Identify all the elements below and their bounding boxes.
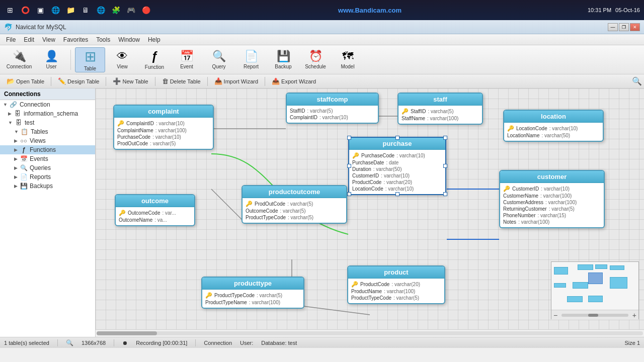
zoom-out-button[interactable]: − [551,311,559,319]
menu-file[interactable]: File [2,35,20,44]
delete-table-button[interactable]: 🗑 Delete Table [157,76,205,86]
sidebar-item-backups[interactable]: ▶ 💾 Backups [0,182,95,191]
table-icon: ⊞ [85,48,96,65]
toolbar-connection[interactable]: 🔌 Connection [4,47,34,72]
canvas-wrapper[interactable]: staffcomp StaffID : varchar(5) Complaint… [96,88,644,337]
table-customer[interactable]: customer 🔑 CustomerID : varchar(10) Cust… [499,170,605,228]
task-icon-7[interactable]: 🧩 [110,4,122,16]
table-staff[interactable]: staff 🔑 StaffID : varchar(5) StaffName :… [397,93,483,125]
sidebar-item-functions[interactable]: ▶ ƒ Functions [0,145,95,154]
toolbar-query[interactable]: 🔍 Query [204,47,234,72]
minimize-button[interactable]: — [608,23,618,31]
resize-handle-br[interactable] [443,192,447,196]
sidebar-item-views[interactable]: ▶ ○○ Views [0,136,95,145]
task-icon-1[interactable]: ⭕ [19,4,31,16]
field-row: ProductName : varchar(100) [351,288,441,295]
task-icon-5[interactable]: 🖥 [79,4,92,16]
toolbar-user[interactable]: 👤 User [36,47,66,72]
taskbar: ⊞ ⭕ ▣ 🌐 📁 🖥 🌐 🧩 🎮 🔴 www.Bandicam.com 10:… [0,0,644,20]
import-wizard-label: Import Wizard [224,78,258,84]
task-icon-6[interactable]: 🌐 [95,4,107,16]
field-row: PurchaseDate : date [352,159,442,166]
table-producttype[interactable]: producttype 🔑 ProductTypeCode : varchar(… [201,277,304,309]
toolbar-table[interactable]: ⊞ Table [75,47,105,72]
sidebar-item-test-db[interactable]: ▼ 🗄 test [0,118,95,127]
field-row: 🔑 ProductTypeCode : varchar(5) [205,292,300,299]
sidebar-item-information-schema[interactable]: ▶ 🗄 information_schema [0,109,95,118]
toolbar-function[interactable]: ƒ Function [139,47,170,72]
design-table-button[interactable]: ✏️ Design Table [53,76,104,86]
import-wizard-icon: 📥 [214,77,222,85]
table-productoutcome[interactable]: productoutcome 🔑 ProdOutCode : varchar(5… [242,185,347,224]
toolbar-report[interactable]: 📄 Report [236,47,266,72]
table-complaint[interactable]: complaint 🔑 ComplaintID : varchar(10) Co… [113,105,214,150]
main-area: Connections ▼ 🔗 Connection ▶ 🗄 informati… [0,88,644,337]
key-icon: 🔑 [117,120,124,127]
export-wizard-button[interactable]: 📤 Export Wizard [267,76,320,86]
toolbar-schedule[interactable]: ⏰ Schedule [300,47,331,72]
menu-help[interactable]: Help [144,35,165,44]
resize-handle-mr[interactable] [443,164,447,168]
minimap-table [610,277,627,289]
field-row: OutcomeCode : varchar(5) [246,208,343,214]
minimap-controls: − + [551,310,638,320]
task-icon-4[interactable]: 📁 [64,4,76,16]
table-body-producttype: 🔑 ProductTypeCode : varchar(5) ProductTy… [202,290,303,308]
sidebar-item-events[interactable]: ▶ 📅 Events [0,154,95,163]
table-staffcomp[interactable]: staffcomp StaffID : varchar(5) Complaint… [286,93,379,124]
open-table-button[interactable]: 📂 Open Table [2,76,49,86]
toolbar-model[interactable]: 🗺 Model [333,47,363,72]
status-sep-3 [195,339,196,346]
toolbar-backup[interactable]: 💾 Backup [268,47,298,72]
menu-favorites[interactable]: Favorites [59,35,92,44]
close-button[interactable]: ✕ [630,23,640,31]
new-table-icon: ➕ [113,77,121,85]
export-wizard-icon: 📤 [272,77,280,85]
start-button[interactable]: ⊞ [4,4,16,16]
toolbar-view[interactable]: 👁 View [107,47,137,72]
import-wizard-button[interactable]: 📥 Import Wizard [210,76,263,86]
new-table-button[interactable]: ➕ New Table [108,76,152,86]
sidebar-item-reports[interactable]: ▶ 📄 Reports [0,172,95,182]
resize-handle-tr[interactable] [443,136,447,140]
minimap-slider[interactable] [561,314,628,317]
task-icon-9[interactable]: 🔴 [140,4,152,16]
menu-view[interactable]: View [38,35,59,44]
menu-tools[interactable]: Tools [92,35,114,44]
taskbar-center-text: www.Bandicam.com [155,7,585,14]
resize-handle-bm[interactable] [395,192,399,196]
task-icon-2[interactable]: ▣ [34,4,46,16]
menu-edit[interactable]: Edit [20,35,38,44]
resize-handle-tm[interactable] [395,136,399,140]
action-sep-2 [106,77,106,86]
resize-handle-tl[interactable] [347,136,351,140]
minimap-table [554,267,568,275]
minimap-table [578,264,593,270]
toolbar-event[interactable]: 📅 Event [172,47,202,72]
scroll-track[interactable] [97,331,643,335]
delete-table-label: Delete Table [170,78,201,84]
query-label: Query [212,64,225,69]
sidebar-item-queries[interactable]: ▶ 🔍 Queries [0,163,95,172]
task-icon-3[interactable]: 🌐 [49,4,61,16]
sidebar-item-connection[interactable]: ▼ 🔗 Connection [0,100,95,109]
action-sep-1 [51,77,51,86]
table-product[interactable]: product 🔑 ProductCode : varchar(20) Prod… [347,265,445,304]
scroll-thumb[interactable] [97,331,157,335]
table-purchase[interactable]: purchase 🔑 PurchaseCode : varchar(10) Pu… [348,137,446,195]
table-outcome[interactable]: outcome 🔑 OutcomeCode : var... OutcomeNa… [115,194,195,226]
task-icon-8[interactable]: 🎮 [125,4,137,16]
sidebar-item-tables[interactable]: ▼ 📋 Tables [0,127,95,136]
table-location[interactable]: location 🔑 LocationCode : varchar(10) Lo… [503,110,604,142]
search-icon[interactable]: 🔍 [632,77,642,85]
zoom-in-button[interactable]: + [630,311,638,319]
resize-handle-ml[interactable] [347,164,351,168]
canvas-area[interactable]: staffcomp StaffID : varchar(5) Complaint… [96,88,644,329]
expand-icon-reports: ▶ [14,174,18,179]
resize-handle-bl[interactable] [347,192,351,196]
backups-icon: 💾 [20,183,28,190]
key-icon: 🔑 [119,210,126,216]
horizontal-scrollbar[interactable] [96,329,644,337]
maximize-button[interactable]: ❐ [619,23,629,31]
menu-window[interactable]: Window [114,35,144,44]
